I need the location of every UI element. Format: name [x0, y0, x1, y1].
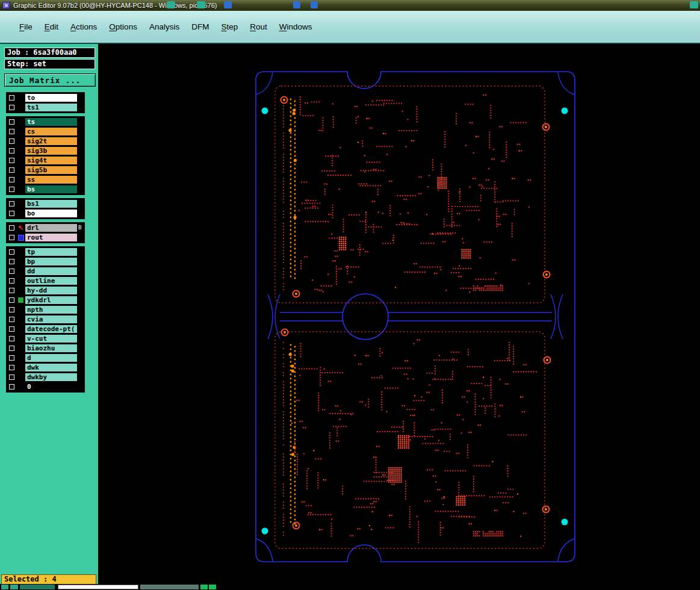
layer-visibility-checkbox[interactable]	[7, 166, 16, 174]
layer-visibility-checkbox[interactable]	[7, 354, 16, 362]
layer-row-sig3b[interactable]: sig3b	[6, 146, 85, 155]
layer-visibility-checkbox[interactable]	[7, 373, 16, 381]
layer-row-bp[interactable]: bp	[6, 257, 85, 266]
layer-label[interactable]: sig4t	[25, 157, 77, 164]
layer-visibility-checkbox[interactable]	[7, 200, 16, 208]
layer-label[interactable]: bs	[25, 185, 77, 193]
layer-row-tp[interactable]: tp	[6, 247, 85, 256]
layer-visibility-checkbox[interactable]	[7, 147, 16, 155]
layer-row-cvia[interactable]: cvia	[6, 315, 85, 324]
layer-label[interactable]: ts1	[25, 104, 77, 111]
layer-label[interactable]: ts	[25, 118, 77, 126]
layer-label[interactable]: sig3b	[25, 147, 77, 155]
bottom-input-field[interactable]	[58, 585, 138, 589]
layer-label[interactable]: ss	[25, 176, 77, 184]
layer-row-bo[interactable]: bo	[6, 209, 85, 218]
layer-row-bs[interactable]: bs	[6, 185, 85, 194]
menu-dfm[interactable]: DFM	[185, 20, 215, 34]
layer-row-v-cut[interactable]: v-cut	[6, 334, 85, 343]
layer-visibility-checkbox[interactable]	[7, 185, 16, 193]
layer-row-ss[interactable]: ss	[6, 175, 85, 184]
layer-label[interactable]: biaozhu	[25, 344, 77, 352]
layer-row-npth[interactable]: npth	[6, 305, 85, 314]
layer-visibility-checkbox[interactable]	[7, 258, 16, 266]
menu-step[interactable]: Step	[215, 20, 244, 34]
layer-label[interactable]: sig5b	[25, 166, 77, 174]
layer-label[interactable]: dd	[25, 267, 77, 275]
bottom-toolbar-button[interactable]	[10, 585, 18, 589]
layer-row-ydkdrl[interactable]: ydkdrl	[6, 296, 85, 305]
layer-visibility-checkbox[interactable]	[7, 325, 16, 333]
menu-rout[interactable]: Rout	[244, 20, 273, 34]
layer-row-dwkby[interactable]: dwkby	[6, 373, 85, 382]
layer-visibility-checkbox[interactable]	[7, 296, 16, 304]
layer-label[interactable]: outline	[25, 277, 77, 285]
layer-visibility-checkbox[interactable]	[7, 277, 16, 285]
layer-row-rout[interactable]: rout	[6, 233, 85, 242]
layer-row-dwk[interactable]: dwk	[6, 363, 85, 372]
layer-visibility-checkbox[interactable]	[7, 315, 16, 323]
layer-row-hy-dd[interactable]: hy-dd	[6, 286, 85, 295]
layer-label[interactable]: drl	[25, 224, 77, 232]
layer-label[interactable]: npth	[25, 306, 77, 314]
menu-options[interactable]: Options	[103, 20, 143, 34]
layer-row-biaozhu[interactable]: biaozhu	[6, 344, 85, 353]
layer-row-drl[interactable]: ↖drlB	[6, 223, 85, 232]
layer-visibility-checkbox[interactable]	[7, 128, 16, 135]
layer-visibility-checkbox[interactable]	[7, 157, 16, 164]
layer-label[interactable]: dwkby	[25, 373, 77, 381]
layer-visibility-checkbox[interactable]	[7, 224, 16, 232]
layer-row-d[interactable]: d	[6, 353, 85, 362]
layer-visibility-checkbox[interactable]	[7, 176, 16, 184]
layer-label[interactable]: cs	[25, 128, 77, 135]
layer-row-ts1[interactable]: ts1	[6, 103, 85, 112]
layer-row-datecode-pt([interactable]: datecode-pt(	[6, 324, 85, 334]
layer-label[interactable]: bs1	[25, 200, 77, 208]
layer-label[interactable]: hy-dd	[25, 287, 77, 294]
layer-label[interactable]: d	[25, 354, 77, 362]
layer-visibility-checkbox[interactable]	[7, 287, 16, 294]
bottom-toolbar-button[interactable]	[1, 585, 8, 589]
layer-label[interactable]: 0	[25, 383, 77, 391]
menu-windows[interactable]: Windows	[273, 20, 318, 34]
layer-visibility-checkbox[interactable]	[7, 344, 16, 352]
layer-visibility-checkbox[interactable]	[7, 234, 16, 241]
layer-row-sig2t[interactable]: sig2t	[6, 137, 85, 146]
layer-visibility-checkbox[interactable]	[7, 383, 16, 391]
pcb-canvas[interactable]	[99, 44, 700, 590]
layer-label[interactable]: rout	[25, 234, 77, 241]
menu-actions[interactable]: Actions	[64, 20, 103, 34]
layer-visibility-checkbox[interactable]	[7, 335, 16, 343]
menu-analysis[interactable]: Analysis	[143, 20, 185, 34]
layer-label[interactable]: ydkdrl	[25, 296, 77, 304]
layer-row-ts[interactable]: ts	[6, 117, 85, 126]
layer-row-sig5b[interactable]: sig5b	[6, 166, 85, 175]
layer-label[interactable]: datecode-pt(	[25, 325, 77, 333]
layer-label[interactable]: v-cut	[25, 335, 77, 343]
layer-visibility-checkbox[interactable]	[7, 210, 16, 217]
layer-label[interactable]: tp	[25, 248, 77, 256]
layer-row-dd[interactable]: dd	[6, 267, 85, 276]
layer-label[interactable]: bo	[25, 210, 77, 217]
layer-row-cs[interactable]: cs	[6, 127, 85, 136]
layer-row-outline[interactable]: outline	[6, 276, 85, 285]
layer-visibility-checkbox[interactable]	[7, 137, 16, 145]
layer-visibility-checkbox[interactable]	[7, 306, 16, 314]
layer-row-sig4t[interactable]: sig4t	[6, 156, 85, 165]
layer-label[interactable]: bp	[25, 258, 77, 266]
job-matrix-button[interactable]: Job Matrix ...	[4, 73, 96, 87]
layer-visibility-checkbox[interactable]	[7, 104, 16, 111]
layer-visibility-checkbox[interactable]	[7, 267, 16, 275]
menu-edit[interactable]: Edit	[39, 20, 64, 34]
title-bar[interactable]: Graphic Editor 9.07b2 (00@HY-HYCAM-PC148…	[0, 0, 700, 11]
layer-visibility-checkbox[interactable]	[7, 94, 16, 102]
layer-label[interactable]: sig2t	[25, 137, 77, 145]
layer-visibility-checkbox[interactable]	[7, 118, 16, 126]
layer-visibility-checkbox[interactable]	[7, 364, 16, 371]
layer-row-bs1[interactable]: bs1	[6, 199, 85, 208]
layer-label[interactable]: to	[25, 94, 77, 102]
layer-row-to[interactable]: to	[6, 93, 85, 102]
menu-file[interactable]: File	[13, 20, 39, 34]
layer-row-0[interactable]: 0	[6, 382, 85, 391]
layer-label[interactable]: dwk	[25, 364, 77, 371]
